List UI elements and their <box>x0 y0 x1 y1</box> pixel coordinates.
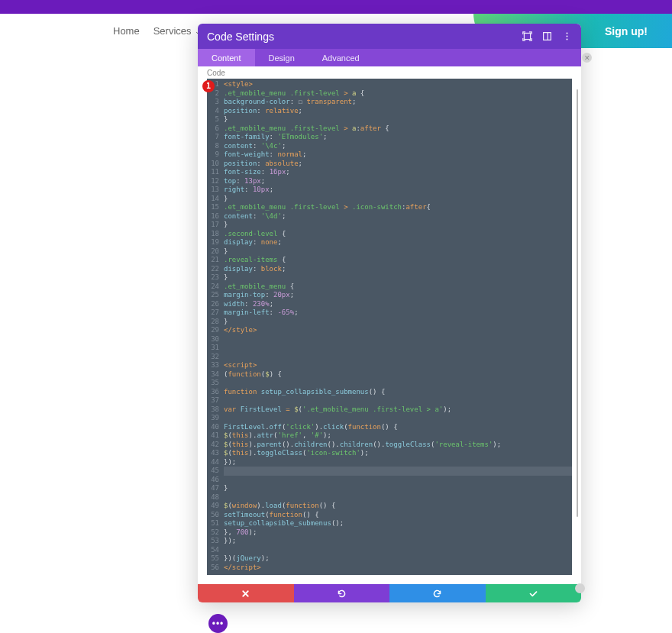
code-line[interactable]: 53}); <box>207 537 572 546</box>
code-line[interactable]: 29</style> <box>207 326 572 335</box>
code-line-content[interactable]: display: block; <box>224 265 572 274</box>
floating-menu-button[interactable]: ••• <box>208 614 228 633</box>
code-line[interactable]: 28} <box>207 318 572 327</box>
code-line-content[interactable]: .et_mobile_menu { <box>224 283 572 292</box>
code-line-content[interactable]: position: absolute; <box>224 160 572 169</box>
confirm-button[interactable] <box>486 584 582 602</box>
code-line-content[interactable] <box>224 493 572 502</box>
code-line-content[interactable]: <style> <box>224 80 572 89</box>
code-line[interactable]: 1<style> <box>207 80 572 89</box>
code-line-content[interactable]: top: 13px; <box>224 177 572 186</box>
code-line[interactable]: 27margin-left: -65%; <box>207 308 572 318</box>
code-line-content[interactable]: } <box>224 247 572 257</box>
code-line[interactable]: 35 <box>207 379 572 388</box>
code-line[interactable]: 26width: 230%; <box>207 300 572 309</box>
code-line[interactable]: 48 <box>207 493 572 502</box>
code-line-content[interactable]: </style> <box>224 326 572 335</box>
code-line-content[interactable] <box>224 476 572 485</box>
code-line-content[interactable]: } <box>224 273 572 283</box>
code-line-content[interactable]: } <box>224 195 572 204</box>
code-line-content[interactable]: setTimeout(function() { <box>224 511 572 520</box>
code-line-content[interactable]: setup_collapsible_submenus(); <box>224 519 572 528</box>
code-line-content[interactable]: font-family: 'ETmodules'; <box>224 133 572 142</box>
code-line[interactable]: 47} <box>207 484 572 493</box>
code-line-content[interactable]: $(this).parent().children().children().t… <box>224 441 572 450</box>
code-line-content[interactable]: var FirstLevel = $('.et_mobile_menu .fir… <box>224 405 572 415</box>
code-line-content[interactable]: .et_mobile_menu .first-level > a:after { <box>224 124 572 134</box>
code-line[interactable]: 4position: relative; <box>207 107 572 116</box>
redo-button[interactable] <box>389 584 486 602</box>
tab-advanced[interactable]: Advanced <box>309 49 373 66</box>
code-line-content[interactable]: content: '\4c'; <box>224 142 572 151</box>
code-line-content[interactable]: content: '\4d'; <box>224 212 572 221</box>
code-line-content[interactable]: })(jQuery); <box>224 554 572 564</box>
code-line-content[interactable]: background-color: ☐ transparent; <box>224 98 572 107</box>
code-line-content[interactable]: .second-level { <box>224 230 572 239</box>
code-line-content[interactable]: right: 10px; <box>224 186 572 195</box>
code-line[interactable]: 37 <box>207 396 572 405</box>
code-line[interactable]: 49$(window).load(function() { <box>207 502 572 511</box>
code-line-content[interactable]: $(window).load(function() { <box>224 502 572 511</box>
code-line[interactable]: 41$(this).attr('href', '#'); <box>207 431 572 441</box>
undo-button[interactable] <box>294 584 390 602</box>
code-line-content[interactable] <box>224 353 572 362</box>
code-line[interactable]: 24.et_mobile_menu { <box>207 283 572 292</box>
code-line[interactable]: 34(function($) { <box>207 370 572 379</box>
code-line[interactable]: 50setTimeout(function() { <box>207 511 572 520</box>
code-line-content[interactable]: }); <box>224 537 572 546</box>
code-line[interactable]: 54 <box>207 546 572 555</box>
code-line[interactable]: 6.et_mobile_menu .first-level > a:after … <box>207 124 572 134</box>
code-line[interactable]: 39 <box>207 414 572 423</box>
code-line[interactable]: 19display: none; <box>207 238 572 247</box>
code-line[interactable]: 44}); <box>207 458 572 467</box>
code-line[interactable]: 2.et_mobile_menu .first-level > a { <box>207 89 572 99</box>
code-line[interactable]: 38var FirstLevel = $('.et_mobile_menu .f… <box>207 405 572 415</box>
code-line-content[interactable]: display: none; <box>224 238 572 247</box>
code-line-content[interactable]: <script> <box>224 361 572 370</box>
code-line[interactable]: 36function setup_collapsible_submenus() … <box>207 388 572 397</box>
code-line[interactable]: 51setup_collapsible_submenus(); <box>207 519 572 528</box>
code-line[interactable]: 30 <box>207 335 572 344</box>
code-line[interactable]: 10position: absolute; <box>207 160 572 169</box>
code-line-content[interactable]: } <box>224 318 572 327</box>
code-line-content[interactable] <box>224 335 572 344</box>
more-icon[interactable] <box>561 31 572 42</box>
code-line[interactable]: 15.et_mobile_menu .first-level > .icon-s… <box>207 203 572 212</box>
code-line[interactable]: 52}, 700); <box>207 528 572 538</box>
resize-handle[interactable] <box>575 583 585 593</box>
code-line[interactable]: 13right: 10px; <box>207 186 572 195</box>
scrollbar[interactable] <box>577 89 578 517</box>
code-line[interactable]: 42$(this).parent().children().children()… <box>207 441 572 450</box>
code-line-content[interactable]: }); <box>224 458 572 467</box>
code-line[interactable]: 16content: '\4d'; <box>207 212 572 221</box>
close-icon[interactable]: ✕ <box>582 53 592 63</box>
code-editor[interactable]: 1 1<style>2.et_mobile_menu .first-level … <box>207 79 572 575</box>
cancel-button[interactable] <box>198 584 294 602</box>
code-line[interactable]: 20} <box>207 247 572 257</box>
code-line[interactable]: 40FirstLevel.off('click').click(function… <box>207 423 572 432</box>
code-line[interactable]: 43$(this).toggleClass('icon-switch'); <box>207 449 572 458</box>
code-line[interactable]: 7font-family: 'ETmodules'; <box>207 133 572 142</box>
nav-home[interactable]: Home <box>113 25 140 37</box>
code-line-content[interactable]: width: 230%; <box>224 300 572 309</box>
code-line-content[interactable]: } <box>224 221 572 230</box>
expand-icon[interactable] <box>522 31 532 42</box>
code-line-content[interactable] <box>224 344 572 353</box>
code-line[interactable]: 12top: 13px; <box>207 177 572 186</box>
code-line[interactable]: 32 <box>207 353 572 362</box>
code-line[interactable]: 31 <box>207 344 572 353</box>
code-line[interactable]: 56</script> <box>207 564 572 573</box>
code-line[interactable]: 8content: '\4c'; <box>207 142 572 151</box>
code-line-content[interactable]: margin-left: -65%; <box>224 308 572 318</box>
code-line-content[interactable] <box>224 467 572 476</box>
code-line[interactable]: 55})(jQuery); <box>207 554 572 564</box>
code-line[interactable]: 17} <box>207 221 572 230</box>
code-line-content[interactable] <box>224 546 572 555</box>
tab-design[interactable]: Design <box>255 49 309 66</box>
code-line[interactable]: 18.second-level { <box>207 230 572 239</box>
code-line[interactable]: 21.reveal-items { <box>207 256 572 265</box>
code-line-content[interactable]: .et_mobile_menu .first-level > .icon-swi… <box>224 203 572 212</box>
tab-content[interactable]: Content <box>198 49 255 66</box>
code-line-content[interactable] <box>224 379 572 388</box>
code-line[interactable]: 14} <box>207 195 572 204</box>
